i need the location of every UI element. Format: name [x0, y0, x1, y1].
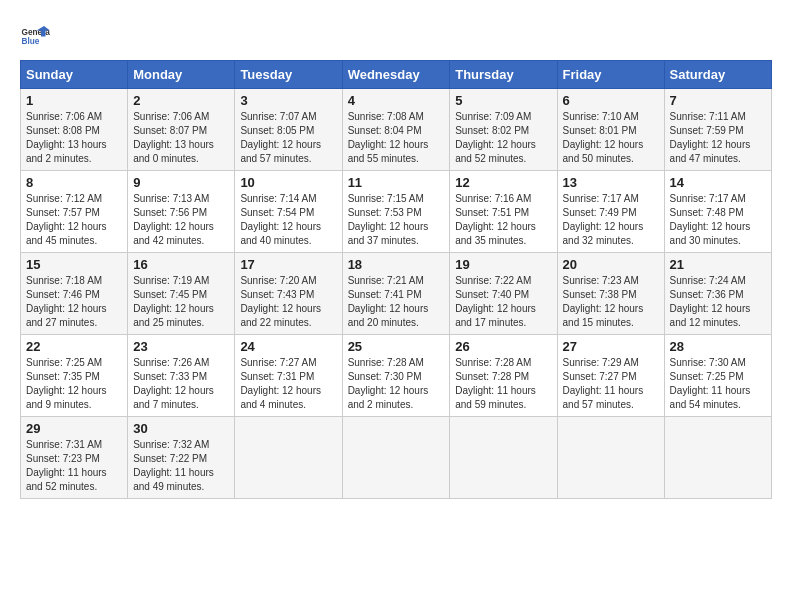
calendar-cell: 17Sunrise: 7:20 AMSunset: 7:43 PMDayligh…: [235, 253, 342, 335]
calendar-cell: 19Sunrise: 7:22 AMSunset: 7:40 PMDayligh…: [450, 253, 557, 335]
day-info: Sunrise: 7:10 AMSunset: 8:01 PMDaylight:…: [563, 111, 644, 164]
day-number: 8: [26, 175, 122, 190]
day-info: Sunrise: 7:27 AMSunset: 7:31 PMDaylight:…: [240, 357, 321, 410]
day-info: Sunrise: 7:29 AMSunset: 7:27 PMDaylight:…: [563, 357, 644, 410]
calendar-cell: 27Sunrise: 7:29 AMSunset: 7:27 PMDayligh…: [557, 335, 664, 417]
calendar-cell: 8Sunrise: 7:12 AMSunset: 7:57 PMDaylight…: [21, 171, 128, 253]
day-info: Sunrise: 7:14 AMSunset: 7:54 PMDaylight:…: [240, 193, 321, 246]
calendar-cell: 7Sunrise: 7:11 AMSunset: 7:59 PMDaylight…: [664, 89, 771, 171]
day-info: Sunrise: 7:07 AMSunset: 8:05 PMDaylight:…: [240, 111, 321, 164]
day-number: 20: [563, 257, 659, 272]
day-number: 1: [26, 93, 122, 108]
calendar-cell: 15Sunrise: 7:18 AMSunset: 7:46 PMDayligh…: [21, 253, 128, 335]
day-number: 13: [563, 175, 659, 190]
calendar-cell: 14Sunrise: 7:17 AMSunset: 7:48 PMDayligh…: [664, 171, 771, 253]
day-number: 6: [563, 93, 659, 108]
day-number: 16: [133, 257, 229, 272]
calendar-week-row: 1Sunrise: 7:06 AMSunset: 8:08 PMDaylight…: [21, 89, 772, 171]
day-number: 24: [240, 339, 336, 354]
calendar-cell: [450, 417, 557, 499]
calendar-cell: 20Sunrise: 7:23 AMSunset: 7:38 PMDayligh…: [557, 253, 664, 335]
day-info: Sunrise: 7:06 AMSunset: 8:08 PMDaylight:…: [26, 111, 107, 164]
day-number: 9: [133, 175, 229, 190]
day-info: Sunrise: 7:24 AMSunset: 7:36 PMDaylight:…: [670, 275, 751, 328]
calendar-cell: 12Sunrise: 7:16 AMSunset: 7:51 PMDayligh…: [450, 171, 557, 253]
calendar-cell: 10Sunrise: 7:14 AMSunset: 7:54 PMDayligh…: [235, 171, 342, 253]
calendar-cell: 16Sunrise: 7:19 AMSunset: 7:45 PMDayligh…: [128, 253, 235, 335]
day-info: Sunrise: 7:15 AMSunset: 7:53 PMDaylight:…: [348, 193, 429, 246]
day-number: 3: [240, 93, 336, 108]
day-info: Sunrise: 7:19 AMSunset: 7:45 PMDaylight:…: [133, 275, 214, 328]
day-info: Sunrise: 7:28 AMSunset: 7:30 PMDaylight:…: [348, 357, 429, 410]
day-info: Sunrise: 7:06 AMSunset: 8:07 PMDaylight:…: [133, 111, 214, 164]
day-number: 25: [348, 339, 445, 354]
calendar-cell: [342, 417, 450, 499]
day-number: 30: [133, 421, 229, 436]
day-info: Sunrise: 7:11 AMSunset: 7:59 PMDaylight:…: [670, 111, 751, 164]
calendar-cell: 28Sunrise: 7:30 AMSunset: 7:25 PMDayligh…: [664, 335, 771, 417]
calendar-cell: 21Sunrise: 7:24 AMSunset: 7:36 PMDayligh…: [664, 253, 771, 335]
day-number: 22: [26, 339, 122, 354]
calendar-cell: 3Sunrise: 7:07 AMSunset: 8:05 PMDaylight…: [235, 89, 342, 171]
calendar-cell: 11Sunrise: 7:15 AMSunset: 7:53 PMDayligh…: [342, 171, 450, 253]
calendar-cell: 25Sunrise: 7:28 AMSunset: 7:30 PMDayligh…: [342, 335, 450, 417]
day-number: 11: [348, 175, 445, 190]
day-number: 23: [133, 339, 229, 354]
day-number: 12: [455, 175, 551, 190]
calendar-cell: [664, 417, 771, 499]
calendar-cell: 4Sunrise: 7:08 AMSunset: 8:04 PMDaylight…: [342, 89, 450, 171]
day-number: 14: [670, 175, 766, 190]
page-header: General Blue: [20, 20, 772, 50]
day-number: 4: [348, 93, 445, 108]
calendar-week-row: 15Sunrise: 7:18 AMSunset: 7:46 PMDayligh…: [21, 253, 772, 335]
day-info: Sunrise: 7:13 AMSunset: 7:56 PMDaylight:…: [133, 193, 214, 246]
day-info: Sunrise: 7:23 AMSunset: 7:38 PMDaylight:…: [563, 275, 644, 328]
header-saturday: Saturday: [664, 61, 771, 89]
calendar-cell: 22Sunrise: 7:25 AMSunset: 7:35 PMDayligh…: [21, 335, 128, 417]
logo: General Blue: [20, 20, 50, 50]
day-info: Sunrise: 7:09 AMSunset: 8:02 PMDaylight:…: [455, 111, 536, 164]
day-info: Sunrise: 7:12 AMSunset: 7:57 PMDaylight:…: [26, 193, 107, 246]
calendar-cell: 18Sunrise: 7:21 AMSunset: 7:41 PMDayligh…: [342, 253, 450, 335]
day-info: Sunrise: 7:28 AMSunset: 7:28 PMDaylight:…: [455, 357, 536, 410]
header-monday: Monday: [128, 61, 235, 89]
day-number: 7: [670, 93, 766, 108]
day-info: Sunrise: 7:32 AMSunset: 7:22 PMDaylight:…: [133, 439, 214, 492]
calendar-week-row: 22Sunrise: 7:25 AMSunset: 7:35 PMDayligh…: [21, 335, 772, 417]
calendar-cell: [557, 417, 664, 499]
calendar-cell: 2Sunrise: 7:06 AMSunset: 8:07 PMDaylight…: [128, 89, 235, 171]
day-number: 17: [240, 257, 336, 272]
day-info: Sunrise: 7:18 AMSunset: 7:46 PMDaylight:…: [26, 275, 107, 328]
day-info: Sunrise: 7:22 AMSunset: 7:40 PMDaylight:…: [455, 275, 536, 328]
calendar-cell: 24Sunrise: 7:27 AMSunset: 7:31 PMDayligh…: [235, 335, 342, 417]
day-info: Sunrise: 7:08 AMSunset: 8:04 PMDaylight:…: [348, 111, 429, 164]
day-number: 5: [455, 93, 551, 108]
calendar-header-row: SundayMondayTuesdayWednesdayThursdayFrid…: [21, 61, 772, 89]
calendar-cell: 1Sunrise: 7:06 AMSunset: 8:08 PMDaylight…: [21, 89, 128, 171]
day-number: 18: [348, 257, 445, 272]
calendar-cell: [235, 417, 342, 499]
header-sunday: Sunday: [21, 61, 128, 89]
day-info: Sunrise: 7:31 AMSunset: 7:23 PMDaylight:…: [26, 439, 107, 492]
day-info: Sunrise: 7:21 AMSunset: 7:41 PMDaylight:…: [348, 275, 429, 328]
day-info: Sunrise: 7:30 AMSunset: 7:25 PMDaylight:…: [670, 357, 751, 410]
day-number: 15: [26, 257, 122, 272]
day-number: 21: [670, 257, 766, 272]
day-info: Sunrise: 7:20 AMSunset: 7:43 PMDaylight:…: [240, 275, 321, 328]
svg-text:Blue: Blue: [22, 37, 40, 46]
calendar-cell: 9Sunrise: 7:13 AMSunset: 7:56 PMDaylight…: [128, 171, 235, 253]
header-thursday: Thursday: [450, 61, 557, 89]
day-number: 19: [455, 257, 551, 272]
calendar-cell: 5Sunrise: 7:09 AMSunset: 8:02 PMDaylight…: [450, 89, 557, 171]
day-info: Sunrise: 7:16 AMSunset: 7:51 PMDaylight:…: [455, 193, 536, 246]
logo-icon: General Blue: [20, 20, 50, 50]
calendar-table: SundayMondayTuesdayWednesdayThursdayFrid…: [20, 60, 772, 499]
day-info: Sunrise: 7:26 AMSunset: 7:33 PMDaylight:…: [133, 357, 214, 410]
calendar-cell: 23Sunrise: 7:26 AMSunset: 7:33 PMDayligh…: [128, 335, 235, 417]
day-info: Sunrise: 7:17 AMSunset: 7:49 PMDaylight:…: [563, 193, 644, 246]
day-number: 10: [240, 175, 336, 190]
header-friday: Friday: [557, 61, 664, 89]
day-number: 27: [563, 339, 659, 354]
header-wednesday: Wednesday: [342, 61, 450, 89]
day-number: 2: [133, 93, 229, 108]
